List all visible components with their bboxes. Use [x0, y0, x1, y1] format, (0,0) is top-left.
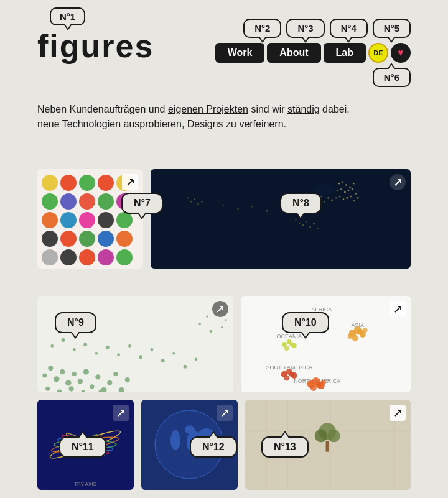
svg-point-128 [315, 314, 322, 320]
svg-point-109 [139, 355, 142, 359]
svg-point-78 [65, 380, 71, 385]
external-link-icon-3[interactable] [212, 301, 228, 317]
svg-point-85 [95, 374, 100, 379]
svg-rect-29 [346, 184, 347, 185]
svg-point-142 [357, 329, 363, 335]
svg-point-149 [289, 372, 294, 377]
svg-point-141 [352, 335, 358, 341]
svg-point-15 [116, 212, 133, 228]
svg-rect-63 [309, 226, 310, 228]
external-link-icon-2[interactable] [390, 174, 406, 190]
svg-rect-46 [306, 196, 307, 197]
grid-item-green[interactable] [37, 296, 233, 392]
svg-rect-30 [349, 187, 350, 188]
grid-row-2: AFRICA OCEANIA ASIA SOUTH AMERICA NORTH … [37, 296, 411, 392]
svg-point-195 [315, 430, 328, 443]
svg-rect-49 [317, 198, 318, 200]
svg-point-1 [42, 175, 58, 191]
about-button[interactable]: About [267, 43, 320, 63]
svg-point-101 [50, 344, 54, 348]
svg-point-77 [60, 369, 65, 374]
svg-point-83 [83, 369, 89, 374]
svg-point-21 [42, 249, 58, 265]
svg-point-74 [48, 366, 53, 371]
grid-item-spiral[interactable]: TRY AXIS [37, 400, 134, 490]
svg-rect-55 [190, 201, 192, 202]
bubble-n4[interactable]: N°4 [330, 19, 368, 38]
grid-item-world-chart[interactable]: AFRICA OCEANIA ASIA SOUTH AMERICA NORTH … [241, 296, 411, 392]
svg-rect-62 [306, 221, 307, 222]
svg-point-136 [284, 346, 289, 351]
svg-point-92 [107, 380, 112, 385]
svg-point-84 [90, 384, 94, 389]
svg-point-9 [98, 193, 114, 210]
svg-rect-65 [317, 228, 318, 229]
svg-point-114 [195, 357, 198, 361]
svg-point-172 [185, 425, 195, 434]
svg-point-79 [72, 372, 77, 376]
external-link-icon-7[interactable] [390, 405, 406, 421]
svg-point-107 [117, 353, 120, 356]
svg-point-132 [324, 316, 329, 321]
external-link-icon-4[interactable] [390, 301, 406, 317]
svg-rect-66 [223, 205, 224, 206]
svg-point-110 [151, 348, 154, 351]
svg-point-115 [206, 315, 208, 318]
external-link-icon-5[interactable] [113, 405, 129, 421]
svg-rect-68 [252, 206, 253, 207]
svg-point-25 [116, 249, 133, 265]
svg-point-154 [315, 382, 321, 388]
svg-point-13 [79, 212, 95, 228]
svg-rect-38 [335, 197, 337, 198]
grid-row-3: TRY AXIS [37, 400, 411, 490]
svg-point-73 [42, 373, 47, 377]
svg-rect-33 [340, 188, 342, 190]
heart-button[interactable]: ♥ [391, 43, 411, 63]
svg-rect-72 [37, 296, 233, 392]
grid-item-dots[interactable] [37, 169, 143, 269]
svg-point-137 [289, 343, 294, 347]
svg-point-148 [284, 376, 289, 381]
svg-point-6 [42, 193, 58, 210]
svg-text:TRY AXIS: TRY AXIS [74, 481, 96, 487]
svg-point-155 [320, 380, 325, 385]
description: Neben Kundenaufträgen und eigenen Projek… [0, 87, 448, 144]
grid-item-globe[interactable] [141, 400, 238, 490]
svg-rect-48 [313, 195, 314, 196]
svg-rect-197 [326, 441, 329, 451]
language-button[interactable]: DE [368, 43, 388, 63]
description-text: Neben Kundenaufträgen und eigenen Projek… [37, 104, 350, 129]
svg-point-20 [116, 231, 133, 247]
lab-button[interactable]: Lab [324, 43, 366, 63]
svg-rect-45 [302, 193, 304, 195]
svg-rect-40 [343, 198, 344, 200]
nav-bubbles-row: N°2 N°3 N°4 N°5 [243, 19, 411, 38]
svg-point-4 [98, 175, 114, 191]
svg-rect-50 [320, 196, 322, 197]
svg-rect-59 [295, 219, 296, 220]
logo-bubble: N°1 [50, 7, 85, 25]
svg-rect-61 [302, 224, 304, 226]
svg-point-24 [98, 249, 114, 265]
svg-rect-31 [353, 183, 354, 184]
logo-text: figures [37, 30, 154, 62]
svg-point-76 [45, 387, 50, 391]
bubble-n5[interactable]: N°5 [373, 19, 411, 38]
svg-rect-32 [337, 190, 338, 191]
grid-item-map[interactable] [151, 169, 411, 269]
bubble-n2[interactable]: N°2 [243, 19, 281, 38]
svg-rect-27 [338, 183, 340, 184]
svg-point-131 [319, 320, 324, 325]
svg-point-75 [54, 376, 59, 382]
external-link-icon-1[interactable] [122, 174, 138, 190]
svg-point-111 [161, 359, 165, 362]
work-button[interactable]: Work [215, 43, 265, 63]
grid-item-beige[interactable] [245, 400, 411, 490]
svg-rect-69 [266, 210, 268, 211]
external-link-icon-6[interactable] [217, 405, 233, 421]
bubble-n6[interactable]: N°6 [373, 68, 411, 87]
bubble-n3[interactable]: N°3 [286, 19, 324, 38]
svg-point-18 [79, 231, 95, 247]
svg-rect-56 [194, 198, 195, 200]
svg-rect-67 [237, 208, 238, 210]
